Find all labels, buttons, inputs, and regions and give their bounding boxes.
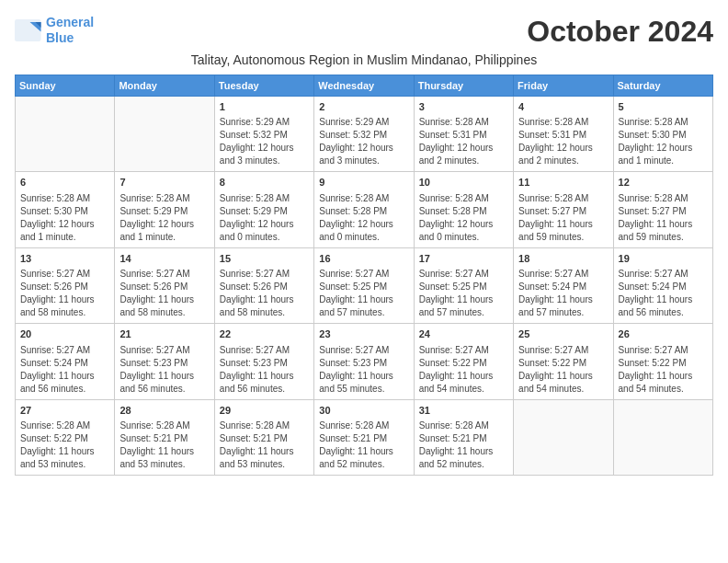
day-info: Sunrise: 5:27 AM Sunset: 5:25 PM Dayligh… (319, 268, 408, 319)
day-number: 28 (119, 404, 209, 418)
calendar-cell: 21Sunrise: 5:27 AM Sunset: 5:23 PM Dayli… (115, 324, 214, 399)
month-title: October 2024 (527, 15, 713, 49)
day-number: 4 (518, 100, 608, 114)
calendar-cell (613, 399, 712, 475)
calendar-cell: 10Sunrise: 5:28 AM Sunset: 5:28 PM Dayli… (414, 172, 513, 247)
calendar-body: 1Sunrise: 5:29 AM Sunset: 5:32 PM Daylig… (16, 97, 713, 476)
calendar-cell: 6Sunrise: 5:28 AM Sunset: 5:30 PM Daylig… (16, 172, 115, 247)
day-info: Sunrise: 5:29 AM Sunset: 5:32 PM Dayligh… (220, 116, 309, 167)
day-info: Sunrise: 5:28 AM Sunset: 5:21 PM Dayligh… (319, 419, 408, 471)
day-number: 23 (319, 327, 408, 341)
weekday-header: Wednesday (314, 75, 414, 97)
day-number: 14 (119, 252, 209, 266)
day-info: Sunrise: 5:27 AM Sunset: 5:26 PM Dayligh… (220, 268, 309, 319)
day-number: 20 (20, 327, 109, 341)
calendar-cell: 14Sunrise: 5:27 AM Sunset: 5:26 PM Dayli… (115, 247, 214, 323)
calendar-cell: 28Sunrise: 5:28 AM Sunset: 5:21 PM Dayli… (115, 399, 214, 475)
day-info: Sunrise: 5:27 AM Sunset: 5:24 PM Dayligh… (20, 344, 109, 396)
day-info: Sunrise: 5:27 AM Sunset: 5:22 PM Dayligh… (419, 344, 508, 396)
day-number: 12 (619, 176, 708, 190)
calendar-cell: 2Sunrise: 5:29 AM Sunset: 5:32 PM Daylig… (314, 97, 414, 172)
day-info: Sunrise: 5:28 AM Sunset: 5:27 PM Dayligh… (518, 192, 608, 244)
calendar-cell: 25Sunrise: 5:27 AM Sunset: 5:22 PM Dayli… (514, 324, 613, 399)
day-info: Sunrise: 5:27 AM Sunset: 5:26 PM Dayligh… (119, 268, 209, 319)
day-number: 25 (518, 327, 608, 341)
calendar-cell: 29Sunrise: 5:28 AM Sunset: 5:21 PM Dayli… (214, 399, 313, 475)
day-info: Sunrise: 5:29 AM Sunset: 5:32 PM Dayligh… (319, 116, 408, 167)
day-info: Sunrise: 5:28 AM Sunset: 5:21 PM Dayligh… (220, 419, 309, 471)
weekday-header: Saturday (613, 75, 712, 97)
day-info: Sunrise: 5:28 AM Sunset: 5:28 PM Dayligh… (319, 192, 408, 244)
calendar-cell (16, 97, 115, 172)
day-number: 15 (220, 252, 309, 266)
day-number: 31 (419, 404, 508, 418)
day-info: Sunrise: 5:28 AM Sunset: 5:31 PM Dayligh… (518, 116, 608, 167)
calendar-week-row: 1Sunrise: 5:29 AM Sunset: 5:32 PM Daylig… (16, 97, 713, 172)
day-info: Sunrise: 5:27 AM Sunset: 5:24 PM Dayligh… (518, 268, 608, 319)
calendar-cell: 4Sunrise: 5:28 AM Sunset: 5:31 PM Daylig… (514, 97, 613, 172)
calendar-cell: 16Sunrise: 5:27 AM Sunset: 5:25 PM Dayli… (314, 247, 414, 323)
day-number: 10 (419, 176, 508, 190)
calendar-cell: 3Sunrise: 5:28 AM Sunset: 5:31 PM Daylig… (414, 97, 513, 172)
day-number: 3 (419, 100, 508, 114)
calendar-cell: 30Sunrise: 5:28 AM Sunset: 5:21 PM Dayli… (314, 399, 414, 475)
subtitle: Talitay, Autonomous Region in Muslim Min… (15, 52, 713, 67)
day-info: Sunrise: 5:28 AM Sunset: 5:28 PM Dayligh… (419, 192, 508, 244)
calendar-cell: 15Sunrise: 5:27 AM Sunset: 5:26 PM Dayli… (214, 247, 313, 323)
day-number: 11 (518, 176, 608, 190)
day-info: Sunrise: 5:28 AM Sunset: 5:30 PM Dayligh… (20, 192, 109, 244)
day-info: Sunrise: 5:28 AM Sunset: 5:22 PM Dayligh… (20, 419, 109, 471)
day-number: 29 (220, 404, 309, 418)
calendar-cell: 5Sunrise: 5:28 AM Sunset: 5:30 PM Daylig… (613, 97, 712, 172)
calendar-cell: 18Sunrise: 5:27 AM Sunset: 5:24 PM Dayli… (514, 247, 613, 323)
calendar-cell: 20Sunrise: 5:27 AM Sunset: 5:24 PM Dayli… (16, 324, 115, 399)
calendar-cell: 1Sunrise: 5:29 AM Sunset: 5:32 PM Daylig… (214, 97, 313, 172)
day-number: 27 (20, 404, 109, 418)
calendar-cell: 19Sunrise: 5:27 AM Sunset: 5:24 PM Dayli… (613, 247, 712, 323)
calendar-cell: 27Sunrise: 5:28 AM Sunset: 5:22 PM Dayli… (16, 399, 115, 475)
day-info: Sunrise: 5:27 AM Sunset: 5:26 PM Dayligh… (20, 268, 109, 319)
calendar-cell: 8Sunrise: 5:28 AM Sunset: 5:29 PM Daylig… (214, 172, 313, 247)
calendar-cell: 23Sunrise: 5:27 AM Sunset: 5:23 PM Dayli… (314, 324, 414, 399)
day-info: Sunrise: 5:27 AM Sunset: 5:22 PM Dayligh… (619, 344, 708, 396)
day-info: Sunrise: 5:27 AM Sunset: 5:25 PM Dayligh… (419, 268, 508, 319)
weekday-header: Sunday (16, 75, 115, 97)
day-number: 1 (220, 100, 309, 114)
calendar-cell: 11Sunrise: 5:28 AM Sunset: 5:27 PM Dayli… (514, 172, 613, 247)
day-number: 30 (319, 404, 408, 418)
day-number: 5 (619, 100, 708, 114)
calendar-cell: 22Sunrise: 5:27 AM Sunset: 5:23 PM Dayli… (214, 324, 313, 399)
calendar-cell: 24Sunrise: 5:27 AM Sunset: 5:22 PM Dayli… (414, 324, 513, 399)
logo: General Blue (15, 15, 94, 46)
calendar-cell: 7Sunrise: 5:28 AM Sunset: 5:29 PM Daylig… (115, 172, 214, 247)
day-number: 7 (119, 176, 209, 190)
day-info: Sunrise: 5:28 AM Sunset: 5:29 PM Dayligh… (119, 192, 209, 244)
weekday-header-row: SundayMondayTuesdayWednesdayThursdayFrid… (16, 75, 713, 97)
day-info: Sunrise: 5:28 AM Sunset: 5:30 PM Dayligh… (619, 116, 708, 167)
weekday-header: Monday (115, 75, 214, 97)
calendar-cell: 26Sunrise: 5:27 AM Sunset: 5:22 PM Dayli… (613, 324, 712, 399)
day-number: 22 (220, 327, 309, 341)
calendar-week-row: 27Sunrise: 5:28 AM Sunset: 5:22 PM Dayli… (16, 399, 713, 475)
day-number: 24 (419, 327, 508, 341)
day-number: 21 (119, 327, 209, 341)
day-info: Sunrise: 5:28 AM Sunset: 5:31 PM Dayligh… (419, 116, 508, 167)
calendar-week-row: 20Sunrise: 5:27 AM Sunset: 5:24 PM Dayli… (16, 324, 713, 399)
day-info: Sunrise: 5:27 AM Sunset: 5:22 PM Dayligh… (518, 344, 608, 396)
calendar-cell: 12Sunrise: 5:28 AM Sunset: 5:27 PM Dayli… (613, 172, 712, 247)
day-number: 6 (20, 176, 109, 190)
day-number: 26 (619, 327, 708, 341)
calendar-cell: 9Sunrise: 5:28 AM Sunset: 5:28 PM Daylig… (314, 172, 414, 247)
calendar-cell: 13Sunrise: 5:27 AM Sunset: 5:26 PM Dayli… (16, 247, 115, 323)
day-number: 2 (319, 100, 408, 114)
calendar-cell (115, 97, 214, 172)
day-info: Sunrise: 5:27 AM Sunset: 5:24 PM Dayligh… (619, 268, 708, 319)
calendar-cell (514, 399, 613, 475)
calendar-week-row: 6Sunrise: 5:28 AM Sunset: 5:30 PM Daylig… (16, 172, 713, 247)
calendar-cell: 31Sunrise: 5:28 AM Sunset: 5:21 PM Dayli… (414, 399, 513, 475)
day-number: 17 (419, 252, 508, 266)
day-number: 8 (220, 176, 309, 190)
day-number: 9 (319, 176, 408, 190)
calendar-table: SundayMondayTuesdayWednesdayThursdayFrid… (15, 75, 713, 476)
weekday-header: Tuesday (214, 75, 313, 97)
